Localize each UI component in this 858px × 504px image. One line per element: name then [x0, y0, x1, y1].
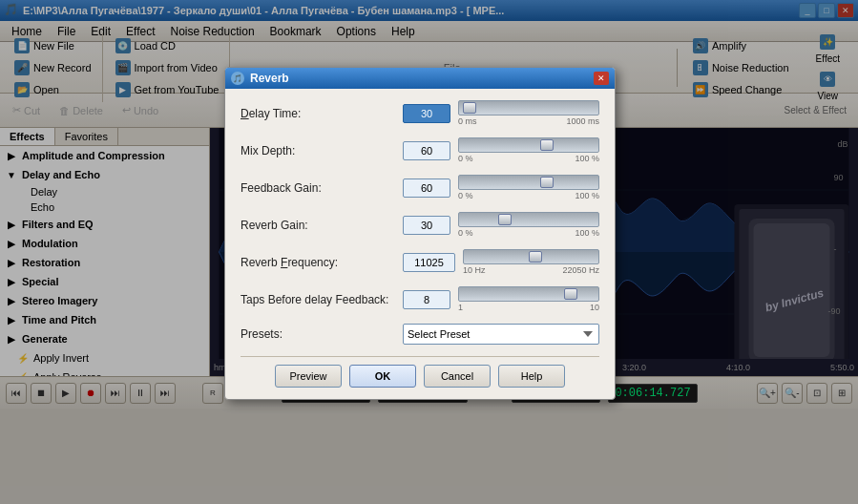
taps-input[interactable]	[403, 290, 450, 309]
feedback-gain-slider[interactable]	[458, 175, 599, 190]
mix-depth-slider[interactable]	[458, 137, 599, 153]
delay-time-labels: 0 ms 1000 ms	[458, 116, 599, 126]
reverb-dialog: 🎵 Reverb ✕ Delay Time: 0 ms 1000 ms	[224, 67, 616, 400]
reverb-freq-label: Reverb Frequency:	[241, 256, 403, 269]
reverb-freq-thumb[interactable]	[529, 251, 542, 262]
mix-depth-label: Mix Depth:	[241, 144, 403, 158]
taps-max: 10	[590, 303, 599, 312]
mix-depth-max: 100 %	[575, 154, 599, 163]
taps-min: 1	[458, 303, 463, 312]
mix-depth-input[interactable]	[403, 141, 450, 160]
mix-depth-slider-container: 0 % 100 %	[458, 137, 599, 163]
mix-depth-min: 0 %	[458, 154, 473, 163]
delay-time-input[interactable]	[403, 104, 450, 123]
taps-slider[interactable]	[458, 286, 599, 302]
delay-time-thumb[interactable]	[463, 102, 476, 114]
reverb-freq-row: Reverb Frequency: 10 Hz 22050 Hz	[241, 249, 599, 275]
mix-depth-row: Mix Depth: 0 % 100 %	[241, 137, 599, 163]
modal-title: Reverb	[250, 72, 289, 85]
taps-row: Taps Before delay Feedback: 1 10	[241, 286, 599, 312]
feedback-gain-min: 0 %	[458, 191, 473, 200]
taps-slider-container: 1 10	[458, 286, 599, 312]
reverb-gain-label: Reverb Gain:	[241, 219, 403, 232]
modal-icon: 🎵	[231, 72, 244, 85]
modal-close-button[interactable]: ✕	[594, 72, 609, 85]
taps-label: Taps Before delay Feedback:	[241, 293, 403, 306]
reverb-gain-thumb[interactable]	[498, 214, 512, 225]
taps-thumb[interactable]	[564, 288, 577, 300]
cancel-button[interactable]: Cancel	[424, 365, 491, 388]
reverb-gain-input[interactable]	[403, 216, 450, 235]
reverb-gain-slider[interactable]	[458, 212, 599, 227]
delay-time-label: Delay Time:	[241, 107, 403, 120]
reverb-gain-labels: 0 % 100 %	[458, 228, 599, 238]
mix-depth-labels: 0 % 100 %	[458, 154, 599, 163]
reverb-freq-max: 22050 Hz	[562, 265, 599, 275]
reverb-freq-slider-container: 10 Hz 22050 Hz	[463, 249, 599, 275]
reverb-freq-min: 10 Hz	[463, 265, 486, 275]
modal-body: Delay Time: 0 ms 1000 ms Mix Depth:	[225, 89, 615, 399]
reverb-gain-min: 0 %	[458, 228, 473, 238]
reverb-gain-slider-container: 0 % 100 %	[458, 212, 599, 238]
reverb-gain-row: Reverb Gain: 0 % 100 %	[241, 212, 599, 238]
taps-labels: 1 10	[458, 303, 599, 312]
feedback-gain-row: Feedback Gain: 0 % 100 %	[241, 175, 599, 200]
feedback-gain-label: Feedback Gain:	[241, 181, 403, 195]
presets-row: Presets: Select Preset	[241, 324, 599, 345]
delay-time-row: Delay Time: 0 ms 1000 ms	[241, 100, 599, 126]
preview-button[interactable]: Preview	[275, 365, 342, 388]
presets-select[interactable]: Select Preset	[403, 324, 599, 345]
feedback-gain-thumb[interactable]	[540, 177, 554, 188]
modal-title-bar: 🎵 Reverb ✕	[225, 68, 615, 89]
delay-time-slider-container: 0 ms 1000 ms	[458, 100, 599, 126]
reverb-gain-max: 100 %	[575, 228, 599, 238]
reverb-freq-slider[interactable]	[463, 249, 599, 264]
feedback-gain-input[interactable]	[403, 178, 450, 198]
delay-time-min: 0 ms	[458, 116, 477, 126]
reverb-freq-input[interactable]	[403, 253, 455, 272]
reverb-freq-labels: 10 Hz 22050 Hz	[463, 265, 599, 275]
delay-time-slider[interactable]	[458, 100, 599, 116]
feedback-gain-labels: 0 % 100 %	[458, 191, 599, 200]
feedback-gain-slider-container: 0 % 100 %	[458, 175, 599, 200]
modal-buttons: Preview OK Cancel Help	[241, 356, 599, 388]
mix-depth-thumb[interactable]	[540, 139, 554, 151]
modal-overlay: 🎵 Reverb ✕ Delay Time: 0 ms 1000 ms	[0, 0, 858, 504]
presets-label: Presets:	[241, 327, 403, 341]
ok-button[interactable]: OK	[349, 365, 416, 388]
help-button[interactable]: Help	[498, 365, 565, 388]
feedback-gain-max: 100 %	[575, 191, 599, 200]
delay-time-max: 1000 ms	[566, 116, 599, 126]
